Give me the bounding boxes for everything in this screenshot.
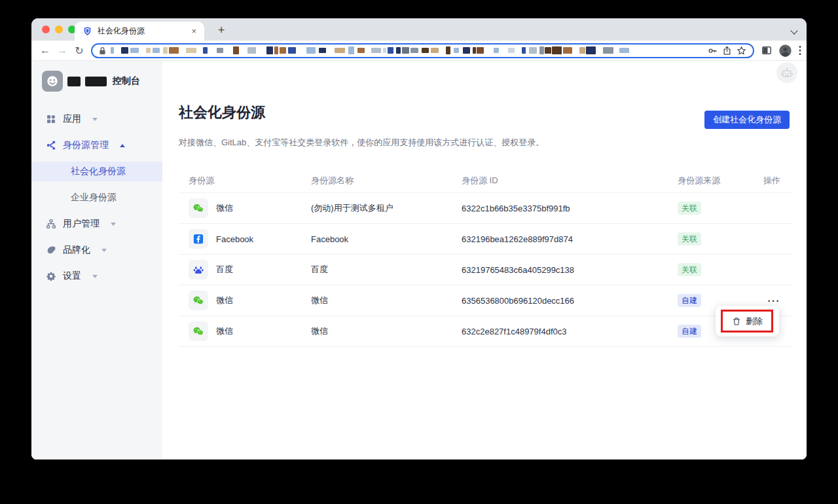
sidebar-item-branding[interactable]: 品牌化	[31, 240, 162, 260]
profile-avatar-icon[interactable]	[778, 44, 792, 58]
header-id: 身份源 ID	[452, 175, 668, 187]
facebook-icon	[192, 233, 204, 245]
provider-icon-box	[189, 229, 208, 249]
caret-down-icon	[92, 275, 98, 278]
caret-down-icon	[92, 118, 98, 121]
user-robot-avatar[interactable]	[776, 62, 797, 83]
source-badge: 关联	[678, 202, 701, 215]
sidebar-item-social-identity-sources[interactable]: 社会化身份源	[31, 162, 162, 181]
bookmark-star-icon[interactable]	[737, 46, 746, 56]
table-body: 微信 (勿动)用于测试多租户 6322c1b66b35e3375bf991fb …	[179, 193, 792, 347]
table-row[interactable]: Facebook Facebook 632196bea1262e889f97d8…	[179, 224, 792, 255]
provider-label: Facebook	[216, 234, 253, 244]
browser-tab[interactable]: 社会化身份源 ×	[75, 22, 204, 41]
side-panel-icon[interactable]	[761, 45, 772, 56]
browser-menu-icon[interactable]	[799, 45, 801, 56]
idp-name: 百度	[301, 264, 452, 276]
main-content: 社会化身份源 创建社会化身份源 对接微信、GitLab、支付宝等社交类登录软件，…	[162, 61, 807, 459]
toolbar-right	[761, 44, 801, 58]
idp-name: Facebook	[301, 234, 452, 244]
table-row[interactable]: 百度 百度 63219765483c6a405299c138 关联	[179, 255, 792, 285]
page-description: 对接微信、GitLab、支付宝等社交类登录软件，使你的应用支持使用该方式进行认证…	[162, 129, 807, 149]
provider-label: 百度	[216, 264, 233, 276]
provider-label: 微信	[216, 325, 233, 337]
row-actions-menu-button[interactable]: ···	[768, 295, 781, 306]
tab-close-icon[interactable]: ×	[190, 26, 198, 37]
header-name: 身份源名称	[301, 175, 452, 187]
sidebar-menu: 应用身份源管理社会化身份源企业身份源用户管理品牌化设置	[31, 109, 162, 286]
logo-face-icon	[42, 71, 63, 92]
grid-icon	[46, 114, 56, 124]
caret-down-icon	[111, 223, 116, 226]
caret-up-icon	[120, 144, 125, 147]
page-title: 社会化身份源	[179, 103, 265, 122]
header-actions: 操作	[750, 175, 792, 187]
source-badge: 关联	[678, 263, 701, 276]
sidebar-item-label: 品牌化	[63, 244, 90, 256]
chevron-down-icon[interactable]	[791, 27, 797, 34]
provider-label: 微信	[216, 295, 233, 306]
row-context-menu: 删除	[716, 306, 779, 336]
forward-button[interactable]: →	[54, 45, 71, 56]
share-icon[interactable]	[722, 46, 732, 56]
sidebar-item-user-management[interactable]: 用户管理	[31, 214, 162, 234]
table-header: 身份源 身份源名称 身份源 ID 身份源来源 操作	[179, 168, 792, 193]
sidebar-item-identity-source-management[interactable]: 身份源管理	[31, 135, 162, 155]
tab-strip: 社会化身份源 × +	[31, 18, 807, 41]
console-logo[interactable]: 控制台	[31, 70, 162, 92]
create-social-idp-button[interactable]: 创建社会化身份源	[704, 111, 790, 129]
table-row[interactable]: 微信 (勿动)用于测试多租户 6322c1b66b35e3375bf991fb …	[179, 193, 792, 224]
address-bar[interactable]	[91, 43, 754, 58]
source-badge: 自建	[678, 294, 701, 307]
idp-name: 微信	[301, 325, 452, 337]
annotation-highlight-box	[721, 310, 773, 333]
provider-label: 微信	[216, 202, 233, 214]
sidebar-item-label: 应用	[63, 113, 81, 125]
lock-icon[interactable]	[99, 46, 106, 55]
idp-name: (勿动)用于测试多租户	[301, 202, 452, 214]
sidebar-item-enterprise-identity-sources[interactable]: 企业身份源	[31, 188, 162, 207]
reload-button[interactable]: ↻	[71, 45, 88, 57]
table-row[interactable]: 微信 微信 632c2e827f1c48979f4df0c3 自建	[179, 316, 792, 347]
idp-id: 6356536800b696120decc166	[452, 296, 668, 306]
baidu-icon	[192, 264, 204, 276]
console-app: 控制台 应用身份源管理社会化身份源企业身份源用户管理品牌化设置 社会化身份源 创…	[31, 61, 807, 459]
password-key-icon[interactable]	[708, 46, 718, 56]
browser-window: 社会化身份源 × + ← → ↻	[31, 18, 807, 459]
sidebar-item-label: 设置	[63, 270, 81, 282]
wechat-icon	[192, 295, 204, 306]
brand-icon	[46, 245, 56, 255]
sidebar: 控制台 应用身份源管理社会化身份源企业身份源用户管理品牌化设置	[31, 61, 162, 459]
redacted-brand-block	[67, 77, 81, 86]
table-row[interactable]: 微信 微信 6356536800b696120decc166 自建 ···	[179, 285, 792, 316]
close-window-button[interactable]	[42, 26, 50, 33]
new-tab-button[interactable]: +	[213, 22, 229, 38]
wechat-icon	[192, 325, 204, 337]
sidebar-item-label: 身份源管理	[63, 139, 109, 151]
caret-down-icon	[101, 249, 107, 252]
sidebar-item-apps[interactable]: 应用	[31, 109, 162, 129]
sidebar-item-label: 用户管理	[63, 218, 100, 230]
gear-icon	[46, 271, 56, 281]
header-provider: 身份源	[179, 175, 301, 187]
tab-title: 社会化身份源	[98, 26, 185, 37]
org-icon	[46, 219, 56, 229]
idp-name: 微信	[301, 295, 452, 306]
idp-id: 63219765483c6a405299c138	[452, 265, 668, 275]
idp-id: 632c2e827f1c48979f4df0c3	[452, 327, 668, 336]
header-source: 身份源来源	[668, 175, 750, 187]
minimize-window-button[interactable]	[55, 26, 63, 33]
sidebar-item-settings[interactable]: 设置	[31, 266, 162, 286]
source-badge: 关联	[678, 232, 701, 245]
console-label: 控制台	[113, 75, 140, 87]
idp-id: 632196bea1262e889f97d874	[452, 234, 668, 244]
share-icon	[46, 140, 56, 151]
window-controls	[42, 26, 76, 33]
provider-icon-box	[189, 321, 208, 341]
provider-icon-box	[189, 291, 208, 310]
provider-icon-box	[189, 260, 208, 279]
source-badge: 自建	[678, 325, 701, 338]
idp-table: 身份源 身份源名称 身份源 ID 身份源来源 操作 微	[179, 168, 792, 347]
back-button[interactable]: ←	[37, 45, 54, 56]
shield-favicon-icon	[82, 26, 92, 36]
